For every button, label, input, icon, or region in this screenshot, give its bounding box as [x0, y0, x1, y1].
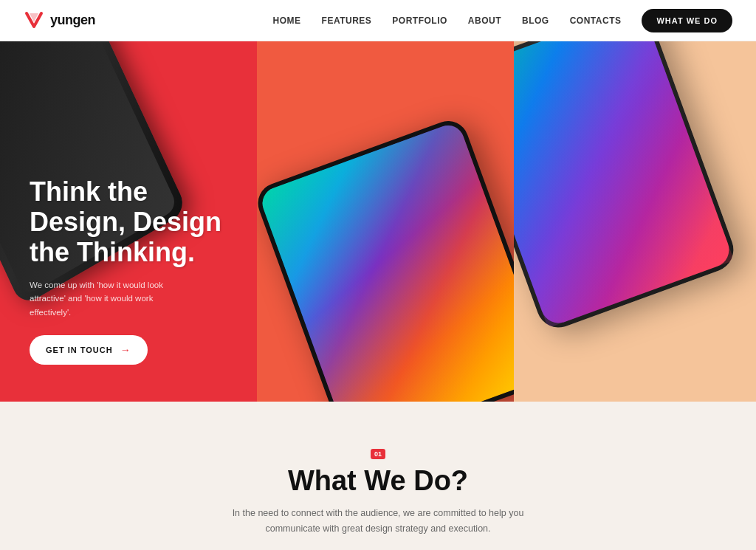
hero-phone-center-screen	[258, 121, 515, 402]
hero-subtitle: We come up with 'how it would look attra…	[30, 278, 177, 319]
nav-portfolio[interactable]: PORTFOLIO	[392, 16, 447, 26]
section-badge: 01	[371, 449, 385, 459]
hero-title: Think the Design, Design the Thinking.	[30, 176, 227, 268]
what-we-do-button[interactable]: WHAT WE DO	[642, 9, 732, 32]
hero-left-panel: Think the Design, Design the Thinking. W…	[0, 41, 257, 402]
section-title: What We Do?	[24, 465, 732, 497]
nav-links: HOME FEATURES PORTFOLIO ABOUT BLOG CONTA…	[273, 9, 732, 32]
hero-phone-center	[257, 115, 514, 402]
nav-contacts[interactable]: CONTACTS	[570, 16, 622, 26]
what-we-do-section: 01 What We Do? In the need to connect wi…	[0, 402, 756, 550]
hero-center-panel	[257, 41, 514, 402]
logo[interactable]: yungen	[24, 10, 95, 31]
logo-text: yungen	[50, 13, 95, 28]
hero-section: Think the Design, Design the Thinking. W…	[0, 41, 756, 402]
hero-right-panel	[514, 41, 756, 402]
nav-blog[interactable]: BLOG	[522, 16, 549, 26]
nav-features[interactable]: FEATURES	[322, 16, 372, 26]
cta-arrow-icon: →	[120, 344, 131, 356]
nav-about[interactable]: ABOUT	[468, 16, 501, 26]
nav-home[interactable]: HOME	[273, 16, 301, 26]
get-in-touch-button[interactable]: GET IN TOUCH →	[30, 335, 148, 365]
navbar: yungen HOME FEATURES PORTFOLIO ABOUT BLO…	[0, 0, 756, 41]
hero-phone-right	[514, 41, 740, 334]
section-description: In the need to connect with the audience…	[230, 506, 526, 537]
hero-phone-right-screen	[514, 41, 734, 328]
hero-phone-right-wrap	[514, 41, 756, 389]
section-label: 01	[371, 449, 385, 459]
logo-icon	[24, 10, 44, 31]
hero-content: Think the Design, Design the Thinking. W…	[30, 176, 227, 365]
